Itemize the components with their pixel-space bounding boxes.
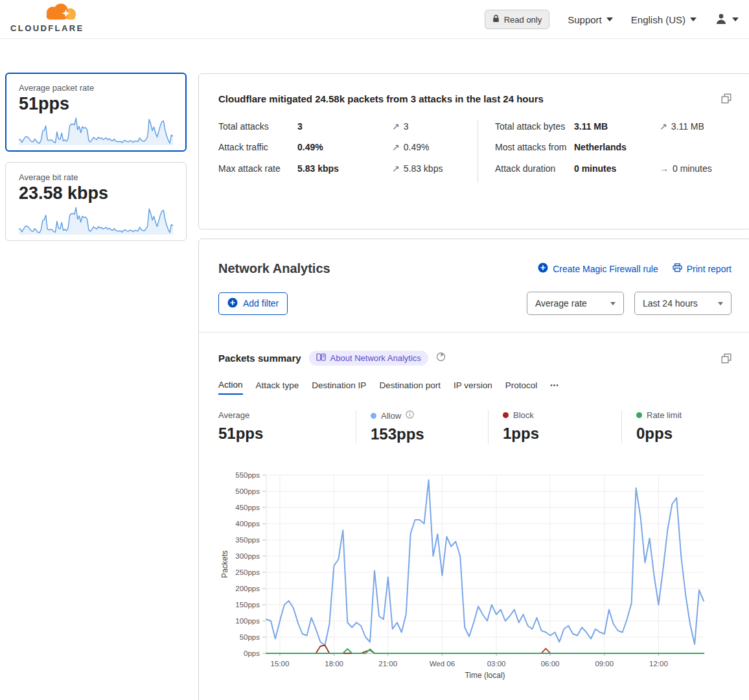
svg-text:150pps: 150pps xyxy=(235,601,260,609)
stat-row-max-attack-rate: Max attack rate 5.83 kbps ↗5.83 kbps xyxy=(218,162,478,175)
stat-delta: ↗3.11 MB xyxy=(660,120,732,133)
stat-value: 3.11 MB xyxy=(574,120,660,133)
network-analytics-card: Network Analytics Create Magic Firewall … xyxy=(198,239,749,700)
stat-row-attack-duration: Attack duration 0 minutes →0 minutes xyxy=(495,162,732,175)
support-label: Support xyxy=(568,14,602,25)
stat-delta: ↗3 xyxy=(392,120,478,133)
svg-text:Packets: Packets xyxy=(220,550,229,578)
book-icon xyxy=(316,353,326,363)
trend-up-icon: ↗ xyxy=(392,121,400,132)
stat-row-total-attacks: Total attacks 3 ↗3 xyxy=(218,120,478,133)
support-menu[interactable]: Support xyxy=(568,14,613,25)
svg-text:250pps: 250pps xyxy=(235,568,260,576)
print-report-link[interactable]: Print report xyxy=(673,263,732,274)
legend-block: Block 1pps xyxy=(488,410,621,443)
stat-label: Total attack bytes xyxy=(495,120,574,133)
create-magic-firewall-rule-link[interactable]: Create Magic Firewall rule xyxy=(538,262,658,275)
legend-average: Average 51pps xyxy=(218,410,356,443)
tab-action[interactable]: Action xyxy=(218,380,243,395)
plus-circle-icon xyxy=(227,298,238,310)
sparkline-chart xyxy=(19,205,173,235)
copy-icon[interactable] xyxy=(721,353,732,364)
series-legend-stats: Average 51pps Allow 153pps Block xyxy=(218,410,732,443)
top-header-bar: CLOUDFLARE Read only Support English (US… xyxy=(0,0,749,39)
time-range-select[interactable]: Last 24 hours xyxy=(634,292,732,315)
metric-value: 23.58 kbps xyxy=(19,184,173,204)
svg-text:50pps: 50pps xyxy=(240,633,260,641)
chevron-down-icon xyxy=(606,18,613,21)
svg-text:550pps: 550pps xyxy=(235,471,260,479)
metric-select[interactable]: Average rate xyxy=(527,292,624,315)
tab-protocol[interactable]: Protocol xyxy=(505,380,538,394)
stat-delta: ↗0.49% xyxy=(392,141,478,154)
stat-row-total-attack-bytes: Total attack bytes 3.11 MB ↗3.11 MB xyxy=(495,120,732,133)
svg-text:21:00: 21:00 xyxy=(378,660,397,668)
read-only-badge: Read only xyxy=(485,10,550,29)
legend-value: 1pps xyxy=(503,425,615,443)
language-menu[interactable]: English (US) xyxy=(631,14,697,25)
stat-row-attack-traffic: Attack traffic 0.49% ↗0.49% xyxy=(218,141,478,154)
block-series-dot xyxy=(503,412,509,418)
stat-label: Attack traffic xyxy=(218,141,297,154)
tab-destination-port[interactable]: Destination port xyxy=(379,380,441,394)
copy-icon[interactable] xyxy=(721,93,732,104)
legend-allow: Allow 153pps xyxy=(356,410,488,443)
tab-ip-version[interactable]: IP version xyxy=(454,380,492,394)
add-filter-button[interactable]: Add filter xyxy=(218,292,288,315)
svg-text:0pps: 0pps xyxy=(244,649,260,657)
svg-text:450pps: 450pps xyxy=(235,504,260,511)
account-menu[interactable] xyxy=(715,13,739,27)
svg-text:09:00: 09:00 xyxy=(595,660,614,668)
attack-summary-card: Cloudflare mitigated 24.58k packets from… xyxy=(198,73,749,229)
svg-text:06:00: 06:00 xyxy=(541,660,560,668)
legend-value: 153pps xyxy=(371,425,481,443)
svg-text:500pps: 500pps xyxy=(235,487,260,495)
tab-attack-type[interactable]: Attack type xyxy=(256,380,299,394)
stat-value: Netherlands xyxy=(574,141,660,154)
language-label: English (US) xyxy=(631,14,686,25)
legend-label: Allow xyxy=(381,411,401,421)
stat-value: 5.83 kbps xyxy=(297,162,392,175)
summary-title: Cloudflare mitigated 24.58k packets from… xyxy=(218,93,544,104)
svg-text:300pps: 300pps xyxy=(235,552,260,560)
about-network-analytics-badge[interactable]: About Network Analytics xyxy=(309,351,428,366)
cloudflare-cloud-icon xyxy=(10,3,80,23)
trend-up-icon: ↗ xyxy=(392,142,400,152)
info-icon[interactable] xyxy=(406,410,414,421)
svg-text:Wed 06: Wed 06 xyxy=(430,660,455,668)
tab-destination-ip[interactable]: Destination IP xyxy=(312,380,366,394)
trend-up-icon: ↗ xyxy=(392,163,400,174)
logo-wordmark: CLOUDFLARE xyxy=(10,23,80,33)
packets-summary-title: Packets summary xyxy=(218,353,301,364)
user-icon xyxy=(715,13,728,27)
metric-label: Average bit rate xyxy=(19,172,173,182)
stat-label: Most attacks from xyxy=(495,141,574,154)
allow-series-dot xyxy=(371,413,376,419)
metric-card-average-bit-rate[interactable]: Average bit rate 23.58 kbps xyxy=(5,162,187,241)
stat-row-most-attacks-from: Most attacks from Netherlands xyxy=(495,141,732,154)
page-title: Network Analytics xyxy=(218,261,330,276)
legend-rate-limit: Rate limit 0pps xyxy=(621,410,732,443)
metric-card-average-packet-rate[interactable]: Average packet rate 51pps xyxy=(5,73,187,152)
stat-value: 0 minutes xyxy=(574,162,660,175)
time-range-value: Last 24 hours xyxy=(643,298,698,309)
read-only-label: Read only xyxy=(504,15,542,25)
svg-text:03:00: 03:00 xyxy=(487,660,506,668)
cloudflare-logo[interactable]: CLOUDFLARE xyxy=(10,3,80,33)
stat-label: Max attack rate xyxy=(218,162,297,175)
packets-time-series-chart: 0pps50pps100pps150pps200pps250pps300pps3… xyxy=(218,468,717,684)
more-tabs-button[interactable]: ••• xyxy=(550,382,559,393)
legend-label: Rate limit xyxy=(647,410,682,420)
svg-text:Time (local): Time (local) xyxy=(465,671,505,680)
svg-text:350pps: 350pps xyxy=(235,536,260,544)
stat-value: 3 xyxy=(297,120,392,133)
stat-delta: →0 minutes xyxy=(660,162,732,175)
packets-summary-tabs: Action Attack type Destination IP Destin… xyxy=(218,380,732,395)
metric-label: Average packet rate xyxy=(19,83,173,93)
legend-label: Block xyxy=(513,410,534,420)
arrow-right-icon: → xyxy=(660,163,669,174)
divider xyxy=(199,332,749,332)
lock-icon xyxy=(492,14,500,25)
printer-icon xyxy=(673,263,682,274)
metric-value: 51pps xyxy=(19,95,173,114)
